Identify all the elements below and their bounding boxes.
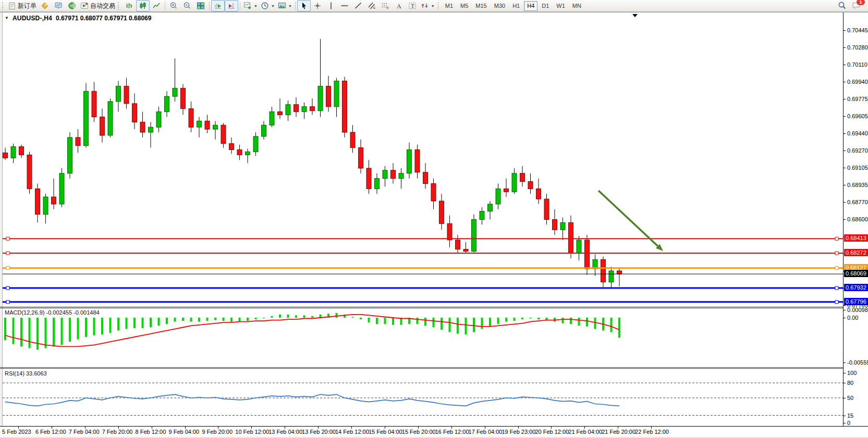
time-axis[interactable]: 5 Feb 20236 Feb 12:007 Feb 04:007 Feb 20… (0, 426, 868, 437)
price-tick-label: 0.69775 (847, 96, 868, 103)
one-click-trading-toggle[interactable]: ▼ (5, 16, 9, 21)
horizontal-line-tool-button[interactable] (338, 0, 351, 11)
toolbar: 新订单 自动交易 (0, 0, 868, 12)
line-endpoint-handle[interactable] (835, 252, 838, 255)
macd-histogram-bar (570, 318, 572, 324)
market-watch-button[interactable] (52, 0, 65, 11)
rsi-axis-tick (843, 416, 846, 416)
candle-body (456, 240, 460, 249)
macd-histogram-bar (473, 318, 475, 332)
time-axis-label: 9 Feb 20:00 (202, 429, 233, 435)
horizontal-line-icon (340, 2, 349, 10)
price-tick-label: 0.68935 (847, 182, 868, 189)
price-axis-tick (843, 82, 846, 82)
zoom-in-button[interactable] (167, 0, 180, 11)
fibonacci-tool-button[interactable]: F (378, 0, 392, 11)
line-chart-mode-button[interactable] (150, 0, 163, 11)
bar-chart-mode-button[interactable] (123, 0, 136, 11)
line-endpoint-handle[interactable] (835, 286, 838, 290)
arrow-shapes-icon (421, 2, 429, 10)
macd-histogram-bar (13, 318, 15, 344)
line-endpoint-handle[interactable] (6, 286, 9, 290)
bar-chart-icon (125, 2, 133, 10)
price-axis-tick (843, 185, 846, 185)
price-axis-tick (843, 168, 846, 168)
signals-button[interactable] (65, 0, 79, 11)
macd-histogram-bar (85, 318, 87, 337)
macd-histogram-bar (287, 315, 289, 318)
pane-divider[interactable] (0, 367, 843, 368)
rsi-axis-label: 50 (847, 395, 853, 402)
crosshair-tool-button[interactable] (311, 0, 324, 11)
time-axis-label: 15 Feb 04:00 (369, 429, 402, 435)
candle-body (601, 259, 606, 282)
toolbar-separator (165, 2, 165, 10)
cursor-tool-button[interactable] (297, 0, 311, 11)
macd-histogram-bar (255, 318, 257, 319)
line-endpoint-handle[interactable] (835, 301, 838, 304)
line-endpoint-handle[interactable] (835, 267, 838, 270)
pane-divider[interactable] (0, 307, 843, 307)
line-endpoint-handle[interactable] (835, 237, 838, 240)
candle-body (221, 125, 226, 144)
timeframe-group: M1M5M15M30H1H4D1W1MN (442, 1, 584, 11)
indicators-button[interactable]: ▼ (242, 0, 259, 11)
timeframe-d1-button[interactable]: D1 (539, 1, 552, 11)
deposit-button[interactable] (38, 0, 52, 11)
new-order-button[interactable]: 新订单 (7, 0, 38, 11)
auto-scroll-button[interactable] (211, 0, 225, 11)
timeframe-w1-button[interactable]: W1 (553, 1, 568, 11)
trendline-tool-button[interactable] (351, 0, 365, 11)
timeframe-h4-button[interactable]: H4 (524, 1, 537, 11)
price-tick-label: 0.69605 (847, 113, 868, 120)
trading-terminal-window: 新订单 自动交易 (0, 0, 868, 438)
text-label-icon: T (408, 2, 417, 10)
vertical-line-icon (327, 2, 335, 10)
candlestick-mode-button[interactable] (136, 0, 150, 11)
line-endpoint-handle[interactable] (6, 237, 9, 240)
zoom-out-button[interactable] (180, 0, 194, 11)
main-chart-pane[interactable] (3, 12, 843, 307)
macd-axis-tick (843, 318, 846, 318)
text-a-icon: A (395, 2, 403, 10)
hline-price-label: 0.67932 (844, 284, 868, 291)
timeframe-mn-button[interactable]: MN (569, 1, 584, 11)
tile-windows-button[interactable] (194, 0, 207, 11)
chart-shift-button[interactable] (225, 0, 238, 11)
templates-button[interactable]: ▼ (276, 0, 294, 11)
candle-body (359, 148, 363, 168)
toolbar-grip[interactable] (118, 2, 120, 10)
candle-body (205, 121, 210, 129)
vertical-line-tool-button[interactable] (324, 0, 338, 11)
line-endpoint-handle[interactable] (6, 301, 9, 304)
add-indicator-icon (243, 2, 252, 10)
toolbar-grip[interactable] (2, 2, 5, 10)
svg-text:F: F (387, 6, 389, 10)
line-endpoint-handle[interactable] (6, 267, 9, 270)
timeframe-m30-button[interactable]: M30 (491, 1, 508, 11)
arrows-tool-button[interactable]: ▼ (419, 0, 436, 11)
text-label-tool-button[interactable]: T (406, 0, 419, 11)
candle-body (253, 136, 258, 152)
timeframe-h1-button[interactable]: H1 (509, 1, 523, 11)
macd-histogram-bar (465, 318, 467, 334)
timeframe-m15-button[interactable]: M15 (472, 1, 490, 11)
algo-trading-button[interactable]: 自动交易 (79, 0, 117, 11)
candle-body (399, 173, 404, 179)
macd-pane[interactable] (3, 308, 843, 367)
macd-histogram-bar (214, 318, 216, 320)
timeframe-m1-button[interactable]: M1 (442, 1, 456, 11)
channel-tool-button[interactable]: E (365, 0, 378, 11)
macd-histogram-bar (392, 318, 394, 325)
price-axis[interactable]: 0.704450.702800.701100.699400.697750.696… (843, 0, 868, 438)
macd-histogram-bar (20, 318, 22, 346)
macd-histogram-bar (530, 318, 532, 319)
periods-button[interactable]: ▼ (259, 0, 276, 11)
timeframe-m5-button[interactable]: M5 (457, 1, 471, 11)
trend-arrow[interactable] (598, 191, 658, 246)
time-axis-label: 9 Feb 04:00 (169, 429, 200, 435)
text-tool-button[interactable]: A (392, 0, 406, 11)
macd-histogram-bar (295, 315, 297, 318)
rsi-pane[interactable] (3, 369, 843, 426)
line-endpoint-handle[interactable] (6, 252, 9, 255)
